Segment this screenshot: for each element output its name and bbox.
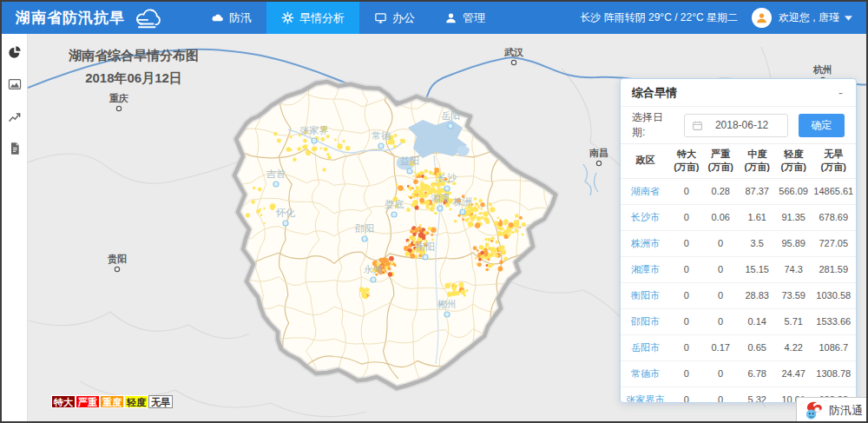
tool-sidebar [2,34,28,421]
legend-item: 轻度 [124,395,148,408]
svg-text:益阳: 益阳 [400,155,419,166]
table-cell: 15.15 [738,256,775,282]
svg-text:湘潭: 湘潭 [431,193,450,203]
user-icon [444,11,457,24]
table-cell: 87.37 [738,178,775,204]
table-row: 湘潭市0015.1574.3281.59 [621,256,856,282]
table-cell: 14865.61 [811,178,856,204]
nav-item-2[interactable]: 办公 [359,2,430,34]
date-row: 选择日期: 2018-06-12 确定 [621,107,856,143]
table-row: 衡阳市0028.8373.591030.58 [621,282,856,308]
svg-text:衡阳: 衡阳 [415,241,435,252]
main-nav: 防汛旱情分析办公管理 [196,2,500,34]
confirm-button[interactable]: 确定 [799,114,845,137]
table-cell: 0 [670,308,703,334]
region-link[interactable]: 湖南省 [621,178,670,204]
region-link[interactable]: 邵阳市 [621,308,670,334]
table-cell: 0 [670,256,703,282]
legend-item: 重度 [100,395,124,408]
svg-text:南昌: 南昌 [589,148,608,158]
mascot-icon [802,400,825,422]
map-area: 张家界常德益阳岳阳长沙吉首怀化娄底湘潭株洲邵阳衡阳永州郴州重庆武汉南昌贵阳杭州 … [28,34,868,423]
calendar-icon [692,120,703,131]
user-avatar[interactable] [752,8,772,28]
svg-text:株洲: 株洲 [452,196,472,207]
table-cell: 0 [703,230,739,256]
nav-item-1[interactable]: 旱情分析 [266,2,359,34]
app-logo: 湖南省防汛抗旱 [2,2,167,34]
table-col-header: 中度(万亩) [738,144,775,179]
mascot-label: 防汛通 [829,403,863,419]
table-cell: 0 [670,178,703,204]
table-cell: 0 [670,360,703,387]
trend-chart-icon[interactable] [8,109,22,123]
table-row: 岳阳市00.170.654.221086.7 [621,334,856,360]
drought-panel: 综合旱情 - 选择日期: 2018-06-12 确定 政区特大(万亩)严重(万亩… [620,78,857,403]
panel-title: 综合旱情 [632,85,677,101]
weather-info: 长沙 阵雨转阴 29°C / 22°C 星期二 [580,10,738,25]
legend-item: 无旱 [148,395,173,408]
nav-item-3[interactable]: 管理 [430,2,500,34]
nav-item-0[interactable]: 防汛 [196,2,266,34]
area-chart-icon[interactable] [8,77,22,91]
table-cell: 0.14 [738,308,775,334]
table-cell: 5.71 [776,308,812,334]
table-cell: 1086.7 [811,334,856,360]
table-cell: 91.35 [776,204,812,230]
gear-icon [281,11,294,24]
table-cell: 1308.78 [811,360,856,387]
table-cell: 0.65 [738,334,775,360]
legend-item: 严重 [76,395,100,408]
region-link[interactable]: 常德市 [621,360,670,387]
legend-item: 特大 [51,395,76,408]
table-col-header: 轻度(万亩) [776,144,812,179]
date-input[interactable]: 2018-06-12 [684,114,788,137]
table-cell: 0 [670,387,703,403]
svg-text:郴州: 郴州 [437,299,457,309]
table-cell: 0 [703,360,739,387]
table-row: 株洲市003.595.89727.05 [621,230,856,256]
region-link[interactable]: 株洲市 [621,230,670,256]
svg-text:永州: 永州 [364,264,383,274]
svg-text:邵阳: 邵阳 [354,223,374,234]
svg-text:长沙: 长沙 [437,173,457,183]
table-cell: 0 [703,387,739,403]
table-cell: 1030.58 [811,282,856,308]
table-cell: 3.5 [738,230,775,256]
table-row: 常德市006.7824.471308.78 [621,360,856,387]
table-cell: 28.83 [738,282,775,308]
region-link[interactable]: 长沙市 [621,204,670,230]
panel-collapse-button[interactable]: - [837,86,845,99]
app-title: 湖南省防汛抗旱 [16,8,125,28]
region-link[interactable]: 岳阳市 [621,334,670,360]
table-cell: 0 [670,334,703,360]
region-link[interactable]: 湘潭市 [621,256,670,282]
table-row: 邵阳市000.145.711533.66 [621,308,856,334]
svg-text:重庆: 重庆 [108,93,128,103]
panel-header: 综合旱情 - [621,79,856,107]
monitor-icon [374,11,387,24]
report-icon[interactable] [8,142,22,155]
chevron-down-icon[interactable] [845,16,852,21]
table-cell: 0 [703,308,739,334]
table-cell: 727.05 [811,230,856,256]
region-link[interactable]: 张家界市 [621,387,670,403]
table-cell: 5.32 [738,387,775,403]
svg-text:杭州: 杭州 [812,64,832,75]
svg-text:娄底: 娄底 [385,199,404,209]
table-cell: 4.22 [776,334,812,360]
svg-text:常德: 常德 [372,130,391,141]
table-cell: 0.28 [703,178,739,204]
table-cell: 1533.66 [811,308,856,334]
cloud-icon [211,11,224,24]
mascot-widget[interactable]: 防汛通 [796,397,868,423]
table-cell: 0 [703,256,739,282]
pie-chart-icon[interactable] [8,45,22,59]
drought-table: 政区特大(万亩)严重(万亩)中度(万亩)轻度(万亩)无旱(万亩)湖南省00.28… [621,143,856,403]
region-link[interactable]: 衡阳市 [621,282,670,308]
app-window: 湖南省防汛抗旱 防汛旱情分析办公管理 长沙 阵雨转阴 29°C / 22°C 星… [0,0,868,423]
table-cell: 0 [670,282,703,308]
table-row: 长沙市00.061.6191.35678.69 [621,204,856,230]
header-right: 长沙 阵雨转阴 29°C / 22°C 星期二 欢迎您 , 唐瑾 [580,2,866,34]
svg-text:吉首: 吉首 [266,169,286,179]
